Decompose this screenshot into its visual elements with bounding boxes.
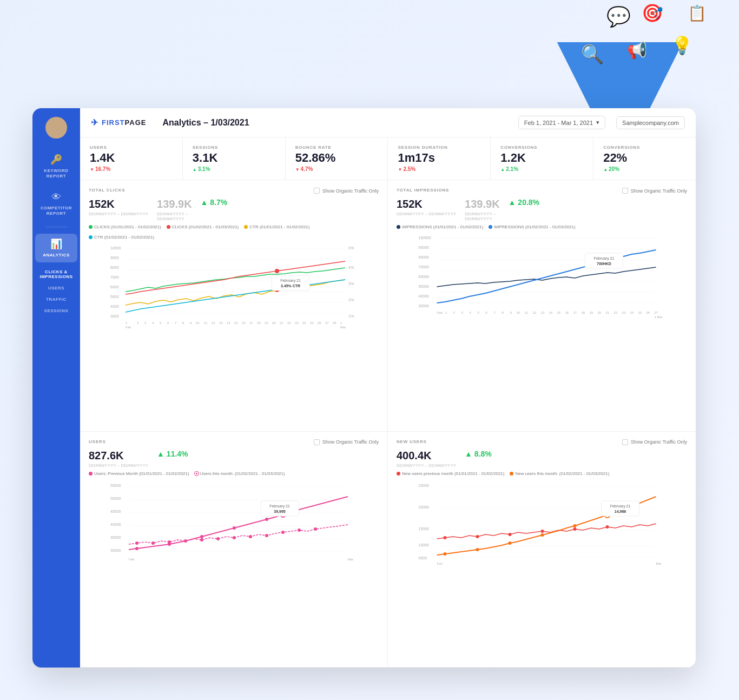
svg-text:25000: 25000	[419, 484, 430, 487]
svg-text:1: 1	[126, 321, 128, 325]
search-magnify-icon: 🔍	[581, 43, 604, 65]
svg-text:27: 27	[325, 321, 329, 325]
sidebar-subnav-users[interactable]: USERS	[32, 283, 80, 293]
show-organic-new-users[interactable]: Show Organic Traffic Only	[622, 439, 687, 445]
svg-text:24: 24	[302, 321, 306, 325]
organic-checkbox-new-users[interactable]	[622, 439, 628, 445]
svg-point-121	[135, 541, 138, 545]
organic-checkbox-clicks[interactable]	[314, 188, 320, 194]
svg-text:45000: 45000	[110, 510, 121, 513]
show-organic-users[interactable]: Show Organic Traffic Only	[314, 439, 379, 445]
organic-checkbox-impressions[interactable]	[622, 188, 628, 194]
chart-users-title: USERS	[89, 439, 106, 444]
legend-label: Users: Previous Month (01/01/2021 - 01/0…	[94, 471, 189, 476]
date-range-picker[interactable]: Feb 1, 2021 - Mar 1, 2021 ▾	[518, 116, 605, 129]
down-arrow-icon	[90, 166, 94, 172]
legend-label: CLICKS (01/01/2021 - 01/02/2021)	[94, 224, 161, 229]
svg-text:700HKD: 700HKD	[597, 262, 611, 266]
chart-users: USERS Show Organic Traffic Only 827.6K D…	[80, 432, 388, 668]
svg-text:20000: 20000	[419, 505, 430, 509]
svg-point-162	[509, 541, 512, 545]
megaphone-icon: 📢	[627, 41, 647, 60]
svg-text:25: 25	[638, 311, 642, 314]
svg-text:Mar: Mar	[348, 558, 353, 561]
show-organic-clicks[interactable]: Show Organic Traffic Only	[314, 188, 379, 194]
sidebar-item-keyword-report[interactable]: 🔑 KEYWORD REPORT	[35, 149, 77, 183]
chevron-down-icon: ▾	[596, 119, 599, 126]
svg-point-127	[233, 536, 236, 539]
stat-conversions-pct: CONVERSIONS 22% 20%	[593, 137, 696, 180]
chart-total-clicks: TOTAL CLICKS Show Organic Traffic Only 1…	[80, 180, 388, 432]
stat-bounce-value: 52.86%	[295, 152, 378, 164]
svg-text:30000: 30000	[110, 549, 121, 552]
sidebar-item-competitor-report[interactable]: 👁 COMPETITORREPORT	[35, 187, 77, 220]
organic-checkbox-users[interactable]	[314, 439, 320, 445]
legend-imp-prev: IMPRESSIONS (01/01/2021 - 01/02/2021)	[397, 224, 483, 229]
svg-text:23: 23	[622, 311, 626, 314]
svg-text:50000: 50000	[419, 285, 430, 288]
sidebar-item-analytics[interactable]: 📊 ANALYTICS	[35, 234, 77, 262]
svg-text:Feb: Feb	[437, 562, 443, 565]
impressions-secondary-value: 139.9K	[465, 198, 500, 210]
chart-new-users-metrics: 400.4K DD/MM/YYYY – DD/MM/YYYY ▲ 8.8%	[397, 450, 687, 468]
svg-point-125	[200, 538, 203, 541]
svg-point-163	[541, 533, 544, 537]
new-users-main-value: 400.4K	[397, 450, 456, 462]
stat-users-change: 16.7%	[90, 166, 173, 172]
logo: ✈ FIRSTPAGE	[91, 117, 146, 128]
svg-point-122	[151, 541, 155, 545]
legend-dot	[510, 472, 513, 476]
header: ✈ FIRSTPAGE Analytics – 1/03/2021 Feb 1,…	[80, 108, 696, 137]
svg-text:13: 13	[219, 321, 223, 325]
sidebar-divider	[45, 227, 67, 227]
clicks-legend: CLICKS (01/01/2021 - 01/02/2021) CLICKS …	[89, 224, 379, 240]
stat-bounce-change: 4.7%	[295, 166, 378, 172]
svg-point-136	[233, 526, 236, 530]
svg-text:35000: 35000	[110, 536, 121, 539]
stat-duration-value: 1m17s	[398, 152, 480, 164]
svg-text:Feb: Feb	[126, 326, 131, 329]
stat-sessions-value: 3.1K	[193, 152, 275, 164]
sidebar-subnav-sessions[interactable]: SESSIONS	[32, 306, 80, 316]
sidebar-label-keyword: KEYWORD REPORT	[38, 168, 74, 179]
chart-clicks-metrics: 152K DD/MM/YYYY – DD/MM/YYYY 139.9K DD/M…	[89, 198, 379, 221]
svg-rect-167	[602, 501, 639, 516]
stat-duration: SESSION DURATION 1m17s 2.5%	[388, 137, 491, 180]
show-organic-impressions[interactable]: Show Organic Traffic Only	[622, 188, 687, 194]
svg-text:9000: 9000	[110, 256, 119, 260]
clicks-change-value: ▲ 8.7%	[201, 198, 228, 207]
svg-text:7000: 7000	[110, 275, 119, 279]
stat-duration-label: SESSION DURATION	[398, 145, 480, 150]
legend-ctr-prev: CTR (01/01/2021 - 01/02/2021)	[244, 224, 309, 229]
impressions-main-metric: 152K DD/MM/YYYY – DD/MM/YYYY	[397, 198, 456, 216]
sidebar-subnav-clicks[interactable]: CLICKS &IMPRESSIONS	[32, 267, 80, 282]
sidebar-subnav-traffic[interactable]: TRAFFIC	[32, 294, 80, 305]
svg-text:60000: 60000	[419, 275, 430, 279]
chart-new-users: NEW USERS Show Organic Traffic Only 400.…	[388, 432, 696, 668]
svg-text:16: 16	[565, 311, 569, 314]
svg-text:2: 2	[453, 311, 456, 314]
legend-dot	[397, 472, 400, 476]
svg-text:17: 17	[573, 311, 577, 314]
svg-text:13: 13	[541, 311, 545, 314]
clicks-secondary-value: 139.9K	[157, 198, 192, 210]
stat-conv-abs-label: CONVERSIONS	[500, 145, 583, 150]
svg-text:21: 21	[606, 311, 610, 314]
svg-text:11: 11	[204, 321, 208, 325]
svg-text:6000: 6000	[110, 285, 119, 289]
stats-row: USERS 1.4K 16.7% SESSIONS 3.1K 3.1% BOUN…	[80, 137, 696, 180]
legend-dot	[89, 472, 93, 476]
logo-text: FIRSTPAGE	[102, 118, 146, 127]
svg-text:0%: 0%	[348, 246, 354, 250]
impressions-legend: IMPRESSIONS (01/01/2021 - 01/02/2021) IM…	[397, 224, 687, 229]
svg-text:8: 8	[502, 311, 504, 314]
chart-impressions-metrics: 152K DD/MM/YYYY – DD/MM/YYYY 139.9K DD/M…	[397, 198, 687, 221]
clicks-main-metric: 152K DD/MM/YYYY – DD/MM/YYYY	[89, 198, 148, 216]
svg-point-154	[444, 536, 447, 539]
clicks-change-metric: ▲ 8.7%	[201, 198, 228, 207]
svg-text:25: 25	[310, 321, 314, 325]
svg-point-160	[444, 552, 447, 556]
stat-users: USERS 1.4K 16.7%	[80, 137, 183, 180]
clicks-main-value: 152K	[89, 198, 148, 210]
legend-users-curr: Users this month: (01/02/2021 - 01/03/20…	[195, 471, 285, 476]
